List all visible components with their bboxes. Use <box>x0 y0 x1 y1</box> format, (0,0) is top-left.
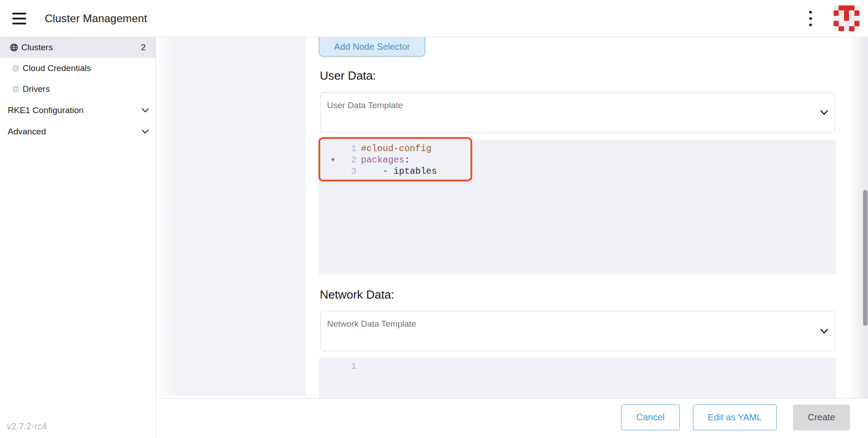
action-bar: Cancel Edit as YAML Create <box>156 398 868 438</box>
globe-icon <box>12 86 19 93</box>
scrollbar-thumb[interactable] <box>863 190 868 326</box>
code-line: ▼ 2 packages: <box>319 154 836 166</box>
form-nav-panel <box>157 37 305 396</box>
sidebar: Clusters 2 Cloud Credentials Drivers RKE… <box>0 37 156 438</box>
network-data-code-editor[interactable]: 1 <box>319 357 836 398</box>
sidebar-item-clusters[interactable]: Clusters 2 <box>0 37 156 58</box>
add-node-selector-button[interactable]: Add Node Selector <box>319 37 425 57</box>
line-number: 1 <box>337 143 356 154</box>
select-placeholder: User Data Template <box>327 100 403 110</box>
line-number: 3 <box>337 166 356 177</box>
avatar[interactable] <box>834 5 859 31</box>
network-data-template-select[interactable]: Network Data Template <box>320 311 835 351</box>
network-data-heading: Network Data: <box>320 288 394 302</box>
menu-toggle-icon[interactable] <box>12 13 26 24</box>
sidebar-item-advanced[interactable]: Advanced <box>0 121 156 142</box>
user-data-template-select[interactable]: User Data Template <box>320 92 835 133</box>
create-button[interactable]: Create <box>793 405 850 430</box>
line-number: 1 <box>337 361 356 372</box>
scrollbar-track[interactable] <box>849 38 868 398</box>
sidebar-group-label: RKE1 Configuration <box>8 105 84 115</box>
code-line: 1 <box>319 361 836 372</box>
chevron-down-icon <box>820 328 828 334</box>
user-data-heading: User Data: <box>320 69 376 83</box>
cancel-button[interactable]: Cancel <box>621 405 680 430</box>
code-token: packages <box>361 155 404 165</box>
sidebar-item-label: Drivers <box>23 84 50 94</box>
code-token: #cloud-config <box>361 143 432 154</box>
sidebar-item-count: 2 <box>141 43 146 52</box>
sidebar-item-drivers[interactable]: Drivers <box>0 79 156 100</box>
sidebar-item-rke1-configuration[interactable]: RKE1 Configuration <box>0 100 156 121</box>
select-placeholder: Network Data Template <box>327 319 416 329</box>
code-line: 1 #cloud-config <box>319 143 836 154</box>
edit-as-yaml-button[interactable]: Edit as YAML <box>693 405 777 430</box>
sidebar-group-label: Advanced <box>8 127 46 137</box>
user-data-code-editor[interactable]: 1 #cloud-config ▼ 2 packages: 3 - iptabl… <box>319 140 836 275</box>
chevron-down-icon <box>142 129 149 134</box>
page-title: Cluster Management <box>45 12 147 25</box>
version-label: v2.7.2-rc4 <box>7 421 47 432</box>
sidebar-item-label: Cloud Credentials <box>23 63 91 73</box>
fold-arrow-icon[interactable]: ▼ <box>329 154 337 166</box>
chevron-down-icon <box>142 108 149 113</box>
code-token: : <box>404 155 410 165</box>
code-token: - iptables <box>361 166 437 177</box>
sidebar-item-cloud-credentials[interactable]: Cloud Credentials <box>0 58 156 79</box>
chevron-down-icon <box>820 110 828 115</box>
kebab-menu-icon[interactable] <box>806 11 816 26</box>
app-header: Cluster Management <box>0 0 868 37</box>
code-line: 3 - iptables <box>319 166 836 177</box>
line-number: 2 <box>337 154 356 166</box>
sidebar-item-label: Clusters <box>21 43 53 52</box>
globe-icon <box>12 65 19 72</box>
globe-icon <box>10 43 18 52</box>
app-root: Cluster Management Clusters 2 Cloud Cred… <box>0 0 868 438</box>
